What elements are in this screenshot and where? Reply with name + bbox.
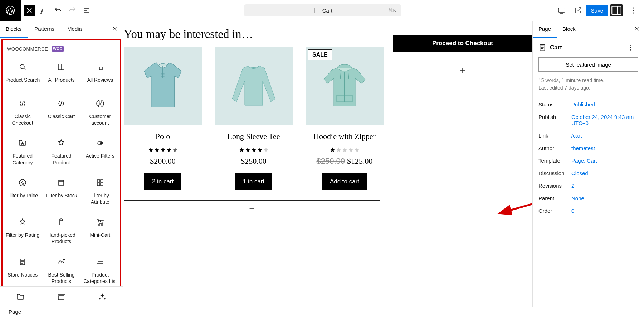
add-to-cart-button[interactable]: 1 in cart (235, 173, 272, 190)
svg-rect-2 (558, 8, 565, 12)
block-label: Hand-picked Products (43, 232, 79, 245)
editor-canvas[interactable]: You may be interested in… Polo $200.00 2… (123, 21, 532, 307)
block-item-best-selling-products[interactable]: Best Selling Products (42, 252, 80, 287)
redo-button[interactable] (67, 5, 78, 16)
sparkle-icon[interactable] (82, 287, 123, 307)
external-view-button[interactable] (572, 5, 584, 16)
svg-point-33 (630, 49, 631, 51)
setting-key: Order (538, 208, 571, 214)
setting-row-link[interactable]: Link/cart (533, 129, 644, 142)
product-image[interactable] (215, 47, 293, 125)
svg-rect-30 (540, 45, 545, 51)
wp-logo[interactable] (0, 0, 21, 21)
breadcrumb[interactable]: Page (9, 309, 21, 315)
folder-icon[interactable] (0, 287, 41, 307)
add-block-button-cart[interactable] (393, 62, 532, 79)
product-price: $200.00 (150, 157, 176, 166)
setting-value[interactable]: Page: Cart (571, 158, 638, 164)
setting-value[interactable]: themetest (571, 145, 638, 151)
block-icon (57, 99, 66, 108)
block-icon (18, 257, 27, 266)
undo-button[interactable] (52, 5, 64, 16)
block-icon (96, 217, 105, 227)
setting-row-publish[interactable]: PublishOctober 24, 2024 9:43 am UTC+0 (533, 111, 644, 129)
product-title[interactable]: Polo (156, 132, 170, 141)
block-icon (57, 138, 66, 148)
setting-value[interactable]: Closed (571, 170, 638, 176)
block-item-filter-by-price[interactable]: Filter by Price (3, 173, 42, 212)
setting-key: Link (538, 133, 571, 139)
svg-rect-1 (314, 8, 318, 13)
setting-value[interactable]: Published (571, 101, 638, 107)
svg-point-5 (633, 10, 634, 11)
setting-row-discussion[interactable]: DiscussionClosed (533, 167, 644, 179)
setting-value[interactable]: October 24, 2024 9:43 am UTC+0 (571, 114, 638, 126)
setting-row-parent[interactable]: ParentNone (533, 192, 644, 205)
block-item-mini-cart[interactable]: Mini-Cart (81, 212, 119, 252)
block-item-active-filters[interactable]: Active Filters (81, 133, 119, 173)
block-label: Classic Cart (48, 113, 75, 120)
document-overview-button[interactable] (81, 5, 92, 16)
setting-row-author[interactable]: Authorthemetest (533, 142, 644, 154)
block-item-store-notices[interactable]: Store Notices (3, 252, 42, 287)
view-button[interactable] (556, 5, 567, 16)
close-icon[interactable] (633, 25, 640, 34)
block-label: Filter by Rating (6, 232, 39, 238)
block-label: Filter by Price (7, 192, 38, 199)
block-item-classic-checkout[interactable]: Classic Checkout (3, 94, 42, 133)
product-title[interactable]: Long Sleeve Tee (227, 132, 280, 141)
setting-value[interactable]: 0 (571, 208, 638, 214)
page-icon (538, 44, 546, 52)
add-block-button[interactable] (124, 200, 380, 217)
setting-value[interactable]: None (571, 195, 638, 201)
options-button[interactable] (628, 5, 639, 16)
document-title-bar[interactable]: Cart ⌘K (244, 4, 401, 16)
svg-rect-20 (101, 183, 103, 186)
block-item-all-products[interactable]: All Products (42, 57, 80, 94)
set-featured-image-button[interactable]: Set featured image (538, 57, 638, 72)
tab-patterns[interactable]: Patterns (28, 21, 61, 38)
block-label: Product Search (5, 77, 40, 83)
tools-button[interactable] (38, 5, 49, 16)
block-item-product-categories-list[interactable]: Product Categories List (81, 252, 119, 287)
setting-row-revisions[interactable]: Revisions2 (533, 179, 644, 192)
block-item-featured-category[interactable]: Featured Category (3, 133, 42, 173)
breadcrumb-bar: Page (0, 307, 644, 317)
block-item-customer-account[interactable]: Customer account (81, 94, 119, 133)
product-price: $250.00 (241, 157, 267, 166)
product-image[interactable] (124, 47, 202, 125)
checkout-button[interactable]: Proceed to Checkout (393, 35, 532, 52)
tab-block[interactable]: Block (557, 21, 581, 38)
block-icon (18, 138, 27, 148)
setting-value[interactable]: 2 (571, 183, 638, 189)
tab-page[interactable]: Page (533, 21, 557, 38)
close-icon[interactable] (111, 25, 118, 34)
setting-value[interactable]: /cart (571, 133, 638, 139)
block-item-featured-product[interactable]: Featured Product (42, 133, 80, 173)
block-icon (18, 217, 27, 227)
tab-blocks[interactable]: Blocks (0, 21, 28, 38)
block-item-filter-by-rating[interactable]: Filter by Rating (3, 212, 42, 252)
settings-panel-toggle[interactable] (610, 4, 623, 16)
close-inserter-button[interactable] (24, 5, 35, 16)
settings-panel: Page Block Cart Set featured image 15 wo… (532, 21, 644, 307)
woo-badge: WOO (52, 46, 64, 52)
block-item-filter-by-stock[interactable]: Filter by Stock (42, 173, 80, 212)
setting-key: Publish (538, 114, 571, 126)
setting-row-template[interactable]: TemplatePage: Cart (533, 154, 644, 167)
save-button[interactable]: Save (586, 5, 608, 16)
product-title[interactable]: Hoodie with Zipper (313, 132, 376, 141)
block-item-all-reviews[interactable]: All Reviews (81, 57, 119, 94)
block-item-filter-by-attribute[interactable]: Filter by Attribute (81, 173, 119, 212)
archive-icon[interactable] (41, 287, 82, 307)
block-item-hand-picked-products[interactable]: Hand-picked Products (42, 212, 80, 252)
tab-media[interactable]: Media (61, 21, 88, 38)
add-to-cart-button[interactable]: Add to cart (322, 173, 367, 190)
setting-row-status[interactable]: StatusPublished (533, 98, 644, 111)
setting-row-order[interactable]: Order0 (533, 205, 644, 217)
product-card: Long Sleeve Tee $250.00 1 in cart (215, 47, 293, 190)
block-item-classic-cart[interactable]: Classic Cart (42, 94, 80, 133)
add-to-cart-button[interactable]: 2 in cart (144, 173, 181, 190)
page-actions-icon[interactable] (627, 44, 635, 52)
block-item-product-search[interactable]: Product Search (3, 57, 42, 94)
